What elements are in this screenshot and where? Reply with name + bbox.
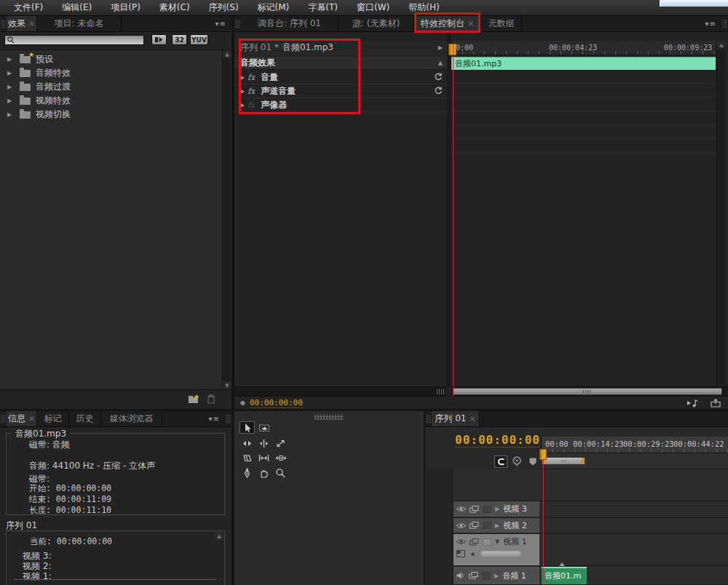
tree-item-video-transitions[interactable]: ▶ 视频切换 — [0, 108, 221, 122]
reset-icon[interactable] — [434, 73, 443, 81]
search-input[interactable] — [4, 35, 144, 45]
scroll-up-icon[interactable]: ▲ — [223, 50, 232, 58]
menu-title[interactable]: 字幕(T) — [298, 0, 347, 16]
track-lock-slot[interactable] — [483, 538, 491, 546]
chevron-right-icon[interactable]: ▶ — [495, 522, 499, 529]
speaker-icon[interactable] — [456, 572, 465, 579]
effects-scrollbar[interactable]: ▲ ▼ — [222, 50, 231, 389]
ec-vscrollbar[interactable]: ▲ — [716, 41, 725, 386]
close-icon[interactable]: × — [28, 414, 35, 423]
ec-playhead-line[interactable] — [453, 44, 454, 397]
menu-marker[interactable]: 标记(M) — [248, 0, 299, 16]
ec-hscroll-thumb[interactable] — [453, 388, 722, 395]
snap-toggle[interactable] — [494, 455, 507, 468]
eye-icon[interactable] — [456, 506, 466, 512]
menu-sequence[interactable]: 序列(S) — [199, 0, 248, 16]
eye-icon[interactable] — [456, 522, 466, 529]
panel-grip[interactable] — [1, 20, 6, 28]
menu-project[interactable]: 项目(P) — [101, 0, 150, 16]
chevron-right-icon[interactable]: ▶ — [7, 111, 15, 118]
ec-current-timecode[interactable]: 00:00:00:00 — [250, 398, 303, 408]
track-lock-slot[interactable] — [483, 522, 491, 529]
panel-menu-icon[interactable]: ▾≡ — [700, 16, 721, 31]
track-select-tool[interactable] — [256, 421, 272, 434]
show-timeline-view-icon[interactable]: ▶ — [438, 44, 443, 51]
accelerated-effects-button[interactable] — [151, 34, 167, 45]
delete-icon[interactable] — [207, 394, 215, 404]
tab-metadata[interactable]: 元数据 — [481, 16, 522, 31]
panel-menu-icon[interactable]: ▾≡ — [204, 411, 225, 426]
menu-edit[interactable]: 编辑(E) — [52, 0, 101, 16]
ripple-edit-tool[interactable] — [240, 437, 255, 450]
tree-item-presets[interactable]: ▶ ★ 预设 — [0, 52, 221, 66]
tab-audio-mixer[interactable]: 调音台: 序列 01 — [241, 16, 339, 31]
scroll-down-icon[interactable]: ▼ — [223, 381, 232, 389]
slide-tool[interactable] — [273, 452, 288, 464]
tree-item-video-effects[interactable]: ▶ 视频特效 — [0, 94, 221, 108]
unnumbered-marker-icon[interactable] — [529, 457, 537, 466]
menu-file[interactable]: 文件(F) — [4, 0, 52, 16]
tree-item-audio-transitions[interactable]: ▶ 音频过渡 — [0, 80, 221, 94]
keyframe-diamond-icon[interactable] — [470, 551, 476, 557]
set-display-style-icon[interactable] — [456, 550, 465, 557]
zoom-tool[interactable] — [273, 466, 288, 479]
chevron-right-icon[interactable]: ▶ — [7, 56, 15, 63]
scroll-grip[interactable] — [437, 389, 444, 394]
ec-ruler[interactable]: 0:00 00:00:04:23 00:00:09:23 — [451, 41, 716, 55]
timeline-playhead-line[interactable] — [543, 459, 544, 585]
selection-tool[interactable] — [240, 421, 255, 434]
sync-lock-icon[interactable] — [470, 506, 479, 513]
ec-clip-bar[interactable]: 音频01.mp3 — [451, 57, 716, 70]
menu-clip[interactable]: 素材(C) — [150, 0, 199, 16]
tree-item-audio-effects[interactable]: ▶ 音频特效 — [0, 66, 221, 80]
tab-effects[interactable]: 效果 × — [7, 16, 37, 31]
chevron-down-icon[interactable]: ▼ — [495, 538, 499, 545]
eye-icon[interactable] — [456, 538, 466, 545]
track-lock-slot[interactable] — [483, 506, 491, 513]
panel-menu-icon[interactable]: ▾≡ — [210, 16, 232, 31]
export-icon[interactable] — [711, 399, 721, 407]
timeline-playhead-marker[interactable] — [539, 449, 547, 460]
new-custom-bin-icon[interactable] — [188, 394, 200, 404]
hand-tool[interactable] — [256, 466, 272, 479]
reset-icon[interactable] — [434, 87, 443, 95]
work-area-strip[interactable] — [541, 453, 728, 469]
chevron-right-icon[interactable]: ▶ — [494, 573, 499, 579]
panel-grip[interactable] — [235, 20, 240, 28]
scroll-up-icon[interactable]: ▲ — [215, 532, 223, 540]
track-header-video3[interactable]: ▶ 视频 3 — [454, 501, 539, 517]
pen-tool[interactable] — [240, 466, 255, 479]
timeline-audio-clip[interactable]: 音频01.m — [542, 567, 587, 584]
panel-grip[interactable] — [426, 415, 431, 423]
track-header-video1[interactable]: ▼ 视频 1 — [454, 534, 539, 565]
scroll-up-icon[interactable]: ▲ — [717, 41, 726, 49]
ec-hscrollbar[interactable] — [451, 386, 728, 396]
sync-lock-icon[interactable] — [470, 522, 479, 529]
yuv-button[interactable]: YUV — [190, 34, 208, 45]
ec-left-scroll-track[interactable] — [234, 386, 447, 396]
menu-window[interactable]: 窗口(W) — [347, 0, 399, 16]
work-area-bar[interactable] — [542, 458, 585, 464]
chevron-right-icon[interactable]: ▶ — [7, 84, 15, 90]
keyframe-nav-slider[interactable] — [480, 551, 521, 557]
tab-info[interactable]: 信息 × — [7, 411, 37, 426]
close-icon[interactable]: × — [469, 414, 475, 423]
panel-grip[interactable] — [1, 415, 6, 423]
tab-media-browser[interactable]: 媒体浏览器 — [101, 411, 162, 426]
slip-tool[interactable] — [256, 452, 272, 464]
track-header-video2[interactable]: ▶ 视频 2 — [454, 518, 539, 533]
sync-lock-icon[interactable] — [470, 538, 479, 546]
tab-project[interactable]: 项目: 未命名 — [37, 16, 122, 31]
panel-grip[interactable] — [314, 415, 344, 420]
close-icon[interactable]: × — [28, 19, 35, 28]
keyframe-dot-icon[interactable]: ● — [240, 399, 245, 406]
timeline-ruler[interactable]: 00:00 00:00:14:23 00:00:29:23 00:00:44:2… — [541, 437, 728, 453]
timeline-current-timecode[interactable]: 00:00:00:00 — [455, 433, 540, 447]
track-lock-slot[interactable] — [482, 572, 491, 579]
panel-grip[interactable] — [722, 20, 727, 28]
rate-stretch-tool[interactable] — [273, 437, 288, 450]
razor-tool[interactable] — [240, 452, 255, 464]
encore-chapter-marker-icon[interactable] — [512, 456, 522, 467]
track-header-audio1[interactable]: ▶ 音频 1 — [454, 567, 539, 584]
tab-source-monitor[interactable]: 源: (无素材) — [339, 16, 414, 31]
